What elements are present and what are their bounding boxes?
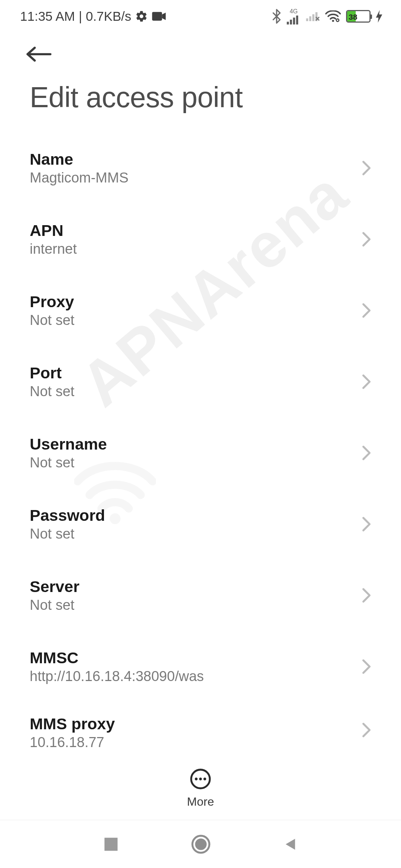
item-label: Name [30, 150, 128, 168]
svg-rect-2 [287, 22, 289, 24]
chevron-right-icon [362, 722, 371, 738]
page-title: Edit access point [0, 73, 401, 132]
back-button[interactable] [26, 46, 52, 64]
chevron-right-icon [362, 374, 371, 389]
item-value: 10.16.18.77 [30, 734, 115, 750]
item-value: internet [30, 241, 77, 257]
item-label: Username [30, 435, 107, 453]
more-button[interactable]: More [0, 757, 401, 820]
svg-point-17 [199, 777, 202, 780]
item-label: MMSC [30, 649, 204, 667]
status-bar: 11:35 AM | 0.7KB/s 4G 38 [0, 0, 401, 33]
status-right: 4G 38 [272, 9, 382, 24]
item-proxy[interactable]: Proxy Not set [30, 275, 371, 346]
bluetooth-icon [272, 9, 281, 24]
item-username[interactable]: Username Not set [30, 417, 371, 489]
item-mmsc[interactable]: MMSC http://10.16.18.4:38090/was [30, 631, 371, 702]
status-separator: | [79, 9, 82, 24]
arrow-left-icon [26, 46, 52, 63]
chevron-right-icon [362, 516, 371, 532]
more-label: More [187, 795, 214, 809]
svg-rect-8 [312, 14, 314, 21]
item-value: Not set [30, 455, 107, 471]
chevron-right-icon [362, 659, 371, 674]
chevron-right-icon [362, 445, 371, 461]
svg-rect-7 [309, 16, 312, 21]
status-speed: 0.7KB/s [86, 9, 131, 24]
item-value: Not set [30, 526, 105, 542]
item-value: http://10.16.18.4:38090/was [30, 668, 204, 684]
svg-rect-1 [152, 12, 162, 20]
svg-point-18 [203, 777, 206, 780]
item-value: Not set [30, 597, 79, 613]
svg-rect-4 [293, 17, 295, 24]
item-label: Port [30, 364, 74, 382]
signal-4g-icon: 4G [287, 9, 301, 24]
nav-back-button[interactable] [283, 836, 298, 852]
item-label: Server [30, 578, 79, 596]
svg-rect-19 [104, 838, 117, 851]
item-label: MMS proxy [30, 715, 115, 733]
svg-point-16 [195, 777, 198, 780]
chevron-right-icon [362, 231, 371, 247]
item-value: Not set [30, 384, 74, 400]
chevron-right-icon [362, 303, 371, 318]
item-label: Password [30, 506, 105, 525]
item-mms-proxy[interactable]: MMS proxy 10.16.18.77 [30, 702, 371, 758]
battery-icon: 38 [346, 10, 371, 23]
charging-icon [376, 10, 382, 23]
item-server[interactable]: Server Not set [30, 560, 371, 631]
signal-secondary-icon [306, 11, 320, 21]
item-port[interactable]: Port Not set [30, 346, 371, 417]
item-label: APN [30, 221, 77, 240]
item-value: Not set [30, 312, 74, 328]
status-left: 11:35 AM | 0.7KB/s [20, 9, 166, 24]
nav-bar [0, 820, 401, 868]
item-label: Proxy [30, 293, 74, 311]
wifi-icon [325, 10, 341, 22]
chevron-right-icon [362, 588, 371, 603]
svg-rect-3 [290, 20, 292, 24]
settings-list: Name Magticom-MMS APN internet Proxy Not… [0, 132, 401, 758]
svg-rect-5 [296, 15, 299, 24]
svg-point-12 [332, 20, 334, 22]
nav-recent-button[interactable] [103, 836, 119, 852]
camera-icon [151, 11, 166, 22]
gear-icon [135, 10, 148, 23]
svg-rect-6 [306, 19, 308, 21]
chevron-right-icon [362, 160, 371, 176]
item-value: Magticom-MMS [30, 170, 128, 186]
svg-point-21 [195, 838, 206, 850]
item-apn[interactable]: APN internet [30, 204, 371, 275]
status-time: 11:35 AM [20, 9, 75, 24]
more-icon [190, 768, 211, 791]
item-password[interactable]: Password Not set [30, 489, 371, 560]
nav-home-button[interactable] [191, 834, 211, 854]
item-name[interactable]: Name Magticom-MMS [30, 132, 371, 204]
